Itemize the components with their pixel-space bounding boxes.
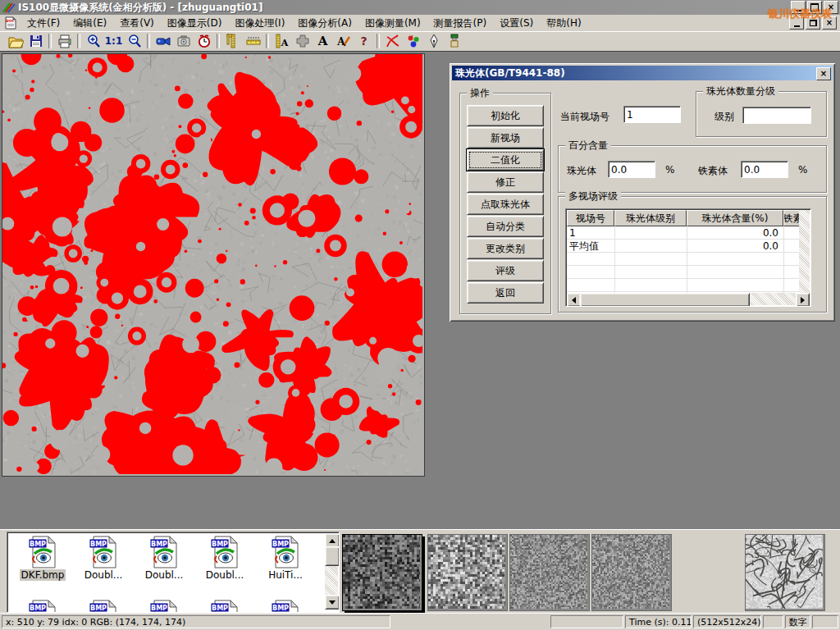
percent-group: 百分含量 珠光体 % 铁素体 % <box>558 145 827 193</box>
grade-button[interactable]: 评级 <box>467 260 544 281</box>
correct-button[interactable]: 修正 <box>467 171 544 193</box>
col-ferrite-content[interactable]: 铁素体含量(%) <box>783 210 799 226</box>
annotate-tool-button[interactable]: A <box>333 32 354 50</box>
menu-view[interactable]: 查看(V) <box>113 15 161 32</box>
col-pearlite-grade[interactable]: 珠光体级别 <box>614 210 687 226</box>
menu-file[interactable]: 文件(F) <box>21 15 66 32</box>
brush-icon <box>446 33 463 49</box>
current-view-input[interactable] <box>623 106 681 123</box>
title-bar: IS100显微摄像系统(金相分析版) - [zhuguangti01] × <box>0 0 840 15</box>
open-file-button[interactable] <box>5 32 25 50</box>
file-name[interactable]: HuiTi... <box>267 569 304 581</box>
window-title: IS100显微摄像系统(金相分析版) - [zhuguangti01] <box>18 1 262 15</box>
table-vscrollbar[interactable] <box>799 210 810 293</box>
col-field-number[interactable]: 视场号 <box>567 210 614 226</box>
dialog-title-bar[interactable]: 珠光体(GB/T9441-88) <box>452 66 833 80</box>
app-logo-icon <box>2 2 16 13</box>
caliper-text-icon: A <box>274 33 290 49</box>
svg-text:BMP: BMP <box>30 541 46 548</box>
vscroll-thumb[interactable] <box>325 546 340 566</box>
file-list[interactable]: BMP DKF.bmp BMP Doubl... BMP Doubl... BM… <box>7 532 340 613</box>
table-cell: 0.0 <box>690 240 778 253</box>
scroll-down-button[interactable] <box>325 595 340 609</box>
file-name[interactable]: DKF.bmp <box>20 569 66 581</box>
file-name[interactable]: Doubl... <box>83 569 125 581</box>
percent-group-label: 百分含量 <box>565 139 611 151</box>
ruler-button[interactable] <box>243 32 263 50</box>
clock-icon <box>196 33 212 49</box>
status-bar: x: 510 y: 79 idx: 0 RGB: (174, 174, 174)… <box>0 613 840 630</box>
table-body[interactable]: 1 0.0 平均值 0.0 <box>567 226 799 293</box>
file-item[interactable]: BMP Doubl... <box>134 536 194 581</box>
bmp-file-icon: BMP <box>134 600 194 613</box>
col-pearlite-content[interactable]: 珠光体含量(%) <box>687 210 783 226</box>
zoom-out-button[interactable] <box>124 32 144 50</box>
svg-text:DOC: DOC <box>6 19 16 23</box>
dialog-close-button[interactable]: × <box>816 67 831 80</box>
file-item[interactable]: BMP <box>12 600 73 613</box>
timer-button[interactable] <box>194 32 214 50</box>
status-empty-panel <box>763 615 783 628</box>
application-window: IS100显微摄像系统(金相分析版) - [zhuguangti01] × 银川… <box>0 0 840 630</box>
pearlite-percent-input[interactable] <box>608 161 655 178</box>
measure-label-button[interactable]: A <box>272 32 292 50</box>
caliper-measure-button[interactable] <box>222 32 243 50</box>
change-class-button[interactable]: 更改类别 <box>467 238 544 259</box>
menu-image-process[interactable]: 图像处理(I) <box>228 15 291 32</box>
bmp-file-icon: BMP <box>134 536 194 568</box>
new-field-button[interactable]: 新视场 <box>467 127 544 148</box>
file-item[interactable]: BMP HuiTi... <box>255 536 316 581</box>
zoom-in-button[interactable] <box>83 32 103 50</box>
table-row: 平均值 <box>569 240 612 253</box>
ferrite-percent-input[interactable] <box>741 161 788 178</box>
file-item[interactable]: BMP <box>194 600 255 613</box>
file-item[interactable]: BMP Doubl... <box>73 536 134 581</box>
thumbnail[interactable] <box>745 534 825 611</box>
scroll-right-button[interactable] <box>796 293 810 307</box>
file-name[interactable]: Doubl... <box>144 569 185 581</box>
menu-help[interactable]: 帮助(H) <box>540 15 587 32</box>
up-arrow-icon <box>329 536 336 543</box>
thumbnail-selected[interactable] <box>342 534 422 611</box>
file-name[interactable]: Doubl... <box>204 569 246 581</box>
print-button[interactable] <box>54 32 75 50</box>
file-list-scrollbar[interactable] <box>325 533 338 609</box>
menu-edit[interactable]: 编辑(E) <box>66 15 113 32</box>
status-empty-panel <box>812 615 838 628</box>
thumbnail[interactable] <box>427 534 508 611</box>
thumbnail[interactable] <box>591 534 672 611</box>
init-button[interactable]: 初始化 <box>467 105 544 126</box>
snapshot-button[interactable] <box>173 32 194 50</box>
file-item[interactable]: BMP <box>255 600 316 613</box>
save-button[interactable] <box>25 32 46 50</box>
menu-settings[interactable]: 设置(S) <box>493 15 540 32</box>
merge-tool-button[interactable] <box>292 32 313 50</box>
menu-image-measure[interactable]: 图像测量(M) <box>358 15 427 32</box>
help-button[interactable]: ? <box>354 32 374 50</box>
video-capture-button[interactable] <box>153 32 173 50</box>
pick-pearlite-button[interactable]: 点取珠光体 <box>467 194 544 215</box>
svg-text:BMP: BMP <box>90 541 107 548</box>
table-hscrollbar[interactable] <box>567 293 810 305</box>
return-button[interactable]: 返回 <box>467 282 544 304</box>
file-item[interactable]: BMP Doubl... <box>194 536 255 581</box>
file-item[interactable]: BMP <box>134 600 194 613</box>
classify-tool-button[interactable] <box>403 32 423 50</box>
menu-image-analysis[interactable]: 图像分析(A) <box>291 15 358 32</box>
micrograph-canvas[interactable] <box>2 54 422 474</box>
curve-tool-button[interactable] <box>382 32 403 50</box>
pen-tool-button[interactable] <box>423 32 444 50</box>
hscroll-thumb[interactable] <box>580 293 750 307</box>
actual-size-button[interactable]: 1:1 <box>103 32 124 50</box>
menu-image-display[interactable]: 图像显示(D) <box>161 15 229 32</box>
file-item[interactable]: BMP DKF.bmp <box>12 536 73 581</box>
toolbar-separator <box>217 34 220 48</box>
file-item[interactable]: BMP <box>73 600 134 613</box>
thumbnail[interactable] <box>509 534 590 611</box>
brush-tool-button[interactable] <box>444 32 464 50</box>
binarize-button[interactable]: 二值化 <box>467 149 544 171</box>
grade-level-input[interactable] <box>742 107 811 124</box>
text-tool-button[interactable]: A <box>313 32 333 50</box>
auto-classify-button[interactable]: 自动分类 <box>467 216 544 237</box>
menu-measure-report[interactable]: 测量报告(P) <box>427 15 494 32</box>
